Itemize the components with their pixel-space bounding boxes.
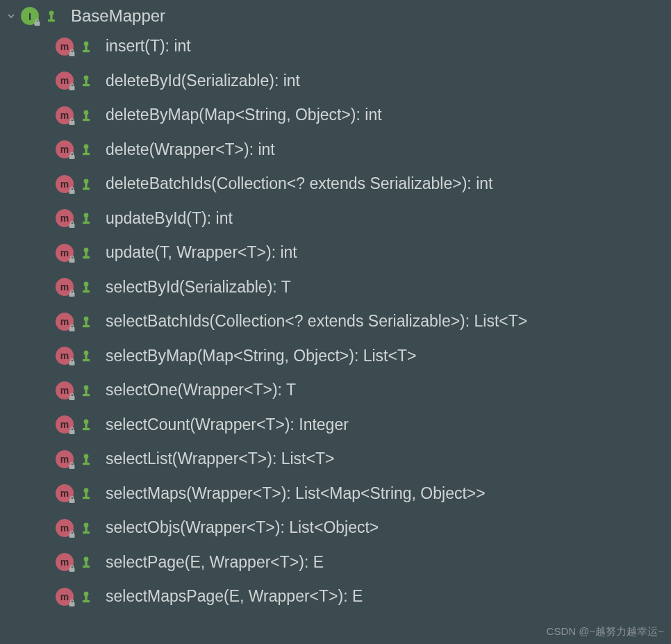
method-row[interactable]: m deleteById(Serializable): int	[56, 64, 671, 99]
method-row[interactable]: m selectObjs(Wrapper<T>): List<Object>	[56, 511, 671, 545]
svg-point-41	[84, 351, 89, 356]
svg-point-45	[84, 385, 89, 390]
lock-icon	[68, 427, 76, 435]
method-signature[interactable]: selectByMap(Map<String, Object>): List<T…	[106, 347, 416, 365]
svg-rect-23	[83, 188, 90, 190]
lock-icon	[68, 393, 76, 401]
method-icon: m	[56, 415, 74, 434]
public-icon	[81, 40, 96, 53]
svg-rect-20	[69, 190, 75, 194]
lock-icon	[68, 117, 76, 126]
svg-rect-56	[69, 499, 75, 503]
method-row[interactable]: m update(T, Wrapper<T>): int	[56, 236, 671, 270]
svg-rect-71	[83, 600, 90, 602]
method-signature[interactable]: deleteById(Serializable): int	[106, 72, 300, 90]
interface-name[interactable]: BaseMapper	[71, 6, 165, 26]
method-signature[interactable]: deleteByMap(Map<String, Object>): int	[106, 106, 382, 124]
lock-icon	[68, 255, 76, 263]
lock-icon	[68, 83, 76, 91]
method-icon: m	[56, 588, 74, 606]
public-icon	[81, 211, 96, 225]
public-icon	[81, 383, 96, 397]
svg-rect-48	[69, 430, 75, 434]
method-row[interactable]: m deleteByMap(Map<String, Object>): int	[56, 98, 671, 133]
svg-rect-31	[83, 256, 90, 258]
method-row[interactable]: m deleteBatchIds(Collection<? extends Se…	[56, 167, 671, 201]
method-icon: m	[56, 519, 74, 537]
method-icon: m	[56, 450, 74, 468]
method-row[interactable]: m insert(T): int	[56, 29, 671, 64]
public-icon	[81, 315, 96, 329]
method-signature[interactable]: delete(Wrapper<T>): int	[106, 140, 275, 159]
method-icon: m	[56, 484, 74, 502]
public-icon	[46, 9, 61, 23]
svg-point-29	[84, 247, 89, 252]
method-icon: m	[56, 313, 74, 331]
svg-point-17	[84, 145, 89, 149]
svg-rect-63	[83, 531, 90, 534]
svg-point-33	[84, 282, 89, 287]
svg-rect-47	[83, 394, 90, 396]
svg-point-21	[84, 179, 89, 183]
method-signature[interactable]: selectOne(Wrapper<T>): T	[106, 381, 296, 399]
public-icon	[81, 280, 96, 294]
lock-icon	[68, 220, 76, 229]
method-signature[interactable]: selectCount(Wrapper<T>): Integer	[106, 415, 349, 434]
svg-rect-51	[83, 428, 90, 430]
method-icon: m	[56, 140, 74, 158]
lock-icon	[68, 358, 76, 366]
svg-rect-19	[83, 153, 90, 155]
method-row[interactable]: m selectMaps(Wrapper<T>): List<Map<Strin…	[56, 477, 671, 511]
svg-rect-4	[69, 52, 75, 56]
method-signature[interactable]: insert(T): int	[106, 37, 191, 56]
method-row[interactable]: m updateById(T): int	[56, 201, 671, 236]
method-row[interactable]: m selectByMap(Map<String, Object>): List…	[56, 339, 671, 374]
svg-rect-32	[69, 292, 75, 297]
svg-point-49	[84, 420, 89, 424]
method-icon: m	[56, 381, 74, 399]
method-signature[interactable]: deleteBatchIds(Collection<? extends Seri…	[106, 174, 492, 193]
svg-point-25	[84, 213, 89, 218]
method-icon: m	[56, 175, 74, 193]
svg-rect-8	[69, 86, 75, 90]
method-signature[interactable]: selectObjs(Wrapper<T>): List<Object>	[106, 518, 379, 537]
method-row[interactable]: m selectOne(Wrapper<T>): T	[56, 373, 671, 408]
method-signature[interactable]: update(T, Wrapper<T>): int	[106, 243, 297, 262]
public-icon	[81, 74, 96, 88]
method-row[interactable]: m selectById(Serializable): T	[56, 270, 671, 305]
method-signature[interactable]: updateById(T): int	[106, 209, 233, 228]
chevron-down-icon[interactable]	[1, 12, 21, 20]
lock-icon	[68, 530, 76, 538]
method-signature[interactable]: selectMaps(Wrapper<T>): List<Map<String,…	[106, 484, 486, 503]
svg-rect-24	[69, 224, 75, 228]
svg-rect-43	[83, 359, 90, 361]
method-row[interactable]: m selectCount(Wrapper<T>): Integer	[56, 408, 671, 443]
svg-rect-11	[83, 84, 90, 86]
public-icon	[81, 349, 96, 363]
svg-point-69	[84, 591, 89, 596]
method-signature[interactable]: selectMapsPage(E, Wrapper<T>): E	[106, 587, 363, 606]
svg-rect-7	[83, 50, 90, 52]
svg-rect-28	[69, 258, 75, 263]
public-icon	[81, 486, 96, 500]
public-icon	[81, 521, 96, 535]
method-row[interactable]: m selectPage(E, Wrapper<T>): E	[56, 545, 671, 580]
method-icon: m	[56, 244, 74, 262]
svg-point-53	[84, 454, 89, 459]
svg-rect-52	[69, 465, 75, 469]
method-signature[interactable]: selectPage(E, Wrapper<T>): E	[106, 553, 324, 572]
method-row[interactable]: m selectMapsPage(E, Wrapper<T>): E	[56, 579, 671, 614]
method-row[interactable]: m selectBatchIds(Collection<? extends Se…	[56, 304, 671, 339]
method-signature[interactable]: selectById(Serializable): T	[106, 278, 291, 297]
svg-rect-15	[83, 119, 90, 121]
method-row[interactable]: m selectList(Wrapper<T>): List<T>	[56, 442, 671, 477]
method-signature[interactable]: selectBatchIds(Collection<? extends Seri…	[106, 312, 527, 331]
interface-row[interactable]: I BaseMapper	[0, 3, 671, 29]
public-icon	[81, 452, 96, 466]
lock-icon	[68, 461, 76, 470]
public-icon	[81, 246, 96, 260]
svg-rect-27	[83, 222, 90, 224]
method-signature[interactable]: selectList(Wrapper<T>): List<T>	[106, 449, 334, 468]
lock-icon	[68, 289, 76, 297]
method-row[interactable]: m delete(Wrapper<T>): int	[56, 133, 671, 167]
